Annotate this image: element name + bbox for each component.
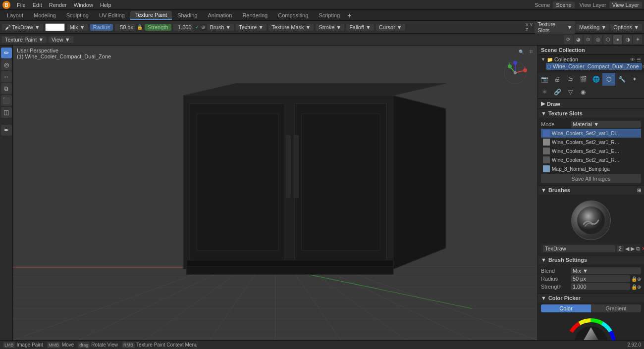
material-props-icon[interactable]: ◉ <box>577 86 590 99</box>
color-tab-gradient[interactable]: Gradient <box>591 304 641 312</box>
view-layer-props-icon[interactable]: 🗂 <box>564 73 577 86</box>
blend-dropdown[interactable]: Mix ▼ <box>67 24 88 31</box>
brush-settings-header[interactable]: ▼ Brush Settings <box>538 255 644 264</box>
render-props-icon[interactable]: 📷 <box>538 73 551 86</box>
tab-sculpting[interactable]: Sculpting <box>61 11 94 19</box>
rendered-icon[interactable]: ☀ <box>633 35 642 44</box>
brush-preview[interactable] <box>571 200 611 240</box>
search-vp-icon[interactable]: 🔍 <box>517 48 526 56</box>
radius-input[interactable] <box>115 24 135 31</box>
physics-props-icon[interactable]: ⚛ <box>538 86 551 99</box>
view-layer-value[interactable]: View Layer <box>609 1 642 8</box>
tab-scripting[interactable]: Scripting <box>314 11 345 19</box>
texture-dropdown[interactable]: Texture ▼ <box>236 24 267 31</box>
brush-new-icon[interactable]: ⧉ <box>636 246 640 252</box>
options-dropdown[interactable]: Options ▼ <box>610 24 642 31</box>
menu-file[interactable]: File <box>14 1 29 8</box>
strength-lock-icon[interactable]: ✓ <box>195 24 199 30</box>
radius-prop-value[interactable]: 50 px <box>571 275 630 282</box>
camera-orbit-icon[interactable]: ⟳ <box>564 35 573 44</box>
brush-next-icon[interactable]: ▶ <box>631 246 635 252</box>
masking-dropdown[interactable]: Masking ▼ <box>576 24 609 31</box>
brushes-header[interactable]: ▼ Brushes ⊞ <box>538 186 644 195</box>
soften-tool-button[interactable]: ◎ <box>1 59 12 70</box>
fill-tool-button[interactable]: ⬛ <box>1 95 12 106</box>
scene-value[interactable]: Scene <box>553 1 574 8</box>
annotate-tool-button[interactable]: ✒ <box>1 125 12 136</box>
texture-slot-diffuse[interactable]: Wine_Coolers_Set2_var1_Diffuse.png <box>541 129 641 138</box>
modifier-props-icon[interactable]: 🔧 <box>615 73 628 86</box>
brush-prev-icon[interactable]: ◀ <box>625 246 629 252</box>
mask-tool-button[interactable]: ◫ <box>1 107 12 118</box>
material-preview-icon[interactable]: ◑ <box>623 35 632 44</box>
view-dropdown[interactable]: View ▼ <box>49 36 73 43</box>
wine-cooler-tree-item[interactable]: ⬡ Wine_Cooler_Compact_Dual_Zone 👁 ◉ <box>546 63 642 70</box>
particles-props-icon[interactable]: ✦ <box>628 73 641 86</box>
viewport[interactable]: User Perspective (1) Wine_Cooler_Compact… <box>13 46 537 340</box>
cursor-dropdown[interactable]: Cursor ▼ <box>376 24 405 31</box>
walk-icon[interactable]: ⚐ <box>527 48 536 56</box>
strength-input[interactable] <box>173 24 193 31</box>
strength-use-icon[interactable]: ⊕ <box>637 284 641 290</box>
texture-slot-reflection[interactable]: Wine_Coolers_Set2_var1_Reflection.png <box>541 138 641 147</box>
viewport-shading-icon[interactable]: ◕ <box>574 35 583 44</box>
constraints-props-icon[interactable]: 🔗 <box>551 86 564 99</box>
tab-modeling[interactable]: Modeling <box>29 11 61 19</box>
texture-slot-normal[interactable]: Map_8_Normal_Bump.tga <box>541 164 641 173</box>
save-all-images-button[interactable]: Save All Images <box>541 174 641 183</box>
menu-help[interactable]: Help <box>97 1 114 8</box>
brush-delete-icon[interactable]: ✕ <box>642 246 644 252</box>
strength-prop-value[interactable]: 1.000 <box>571 283 630 290</box>
texture-slots-header[interactable]: ▼ Texture Slots <box>538 109 644 118</box>
brushes-expand-icon[interactable]: ⊞ <box>637 188 641 193</box>
solid-icon[interactable]: ● <box>613 35 622 44</box>
xray-icon[interactable]: ◎ <box>593 35 602 44</box>
data-props-icon[interactable]: ▽ <box>564 86 577 99</box>
radius-use-icon[interactable]: ⊕ <box>637 276 641 282</box>
tab-layout[interactable]: Layout <box>2 11 28 19</box>
world-props-icon[interactable]: 🌐 <box>590 73 602 86</box>
exclude-icon[interactable]: ☰ <box>637 57 641 62</box>
radius-lock-icon[interactable]: 🔒 <box>137 24 143 30</box>
texture-slots-dropdown[interactable]: Texture Slots ▼ <box>535 21 575 34</box>
tab-animation[interactable]: Animation <box>203 11 237 19</box>
smear-tool-button[interactable]: ↔ <box>1 71 12 82</box>
menu-render[interactable]: Render <box>46 1 70 8</box>
tab-uv-editing[interactable]: UV Editing <box>94 11 130 19</box>
draw-tool-button[interactable]: ✏ <box>1 48 12 58</box>
texture-mask-dropdown[interactable]: Texture Mask ▼ <box>268 24 314 31</box>
wireframe-icon[interactable]: ⬡ <box>603 35 612 44</box>
texture-slot-refraction[interactable]: Wine_Coolers_Set2_var1_Refraction_inver.… <box>541 155 641 164</box>
strength-lock-prop-icon[interactable]: 🔒 <box>631 284 637 290</box>
blend-prop-dropdown[interactable]: Mix ▼ <box>571 267 641 274</box>
color-preview[interactable] <box>45 23 65 31</box>
tab-shading[interactable]: Shading <box>172 11 202 19</box>
color-tab-color[interactable]: Color <box>541 304 591 312</box>
radius-lock-prop-icon[interactable]: 🔒 <box>631 276 637 282</box>
scene-props-icon[interactable]: 🎬 <box>577 73 590 86</box>
color-picker-header[interactable]: ▼ Color Picker <box>538 294 644 302</box>
texture-slot-emmisive[interactable]: Wine_Coolers_Set2_var1_Emmisive.png <box>541 147 641 155</box>
draw-section-header[interactable]: ▶ Draw <box>538 99 644 108</box>
paint-mode-dropdown[interactable]: Texture Paint ▼ <box>2 36 47 43</box>
output-props-icon[interactable]: 🖨 <box>551 73 564 86</box>
collection-item[interactable]: ▼ 📁 Collection 👁 ☰ <box>540 56 642 63</box>
brush-name-input[interactable] <box>543 245 615 252</box>
nav-gizmo[interactable]: X Y Z <box>503 60 528 85</box>
falloff-dropdown[interactable]: Falloff ▼ <box>346 24 374 31</box>
object-props-icon[interactable]: ⬡ <box>602 73 615 86</box>
tab-rendering[interactable]: Rendering <box>237 11 272 19</box>
brush-dropdown[interactable]: Brush ▼ <box>207 24 234 31</box>
color-wheel[interactable] <box>566 318 616 340</box>
visibility-icon[interactable]: 👁 <box>630 57 635 62</box>
tab-texture-paint[interactable]: Texture Paint <box>130 11 172 20</box>
item-visibility-icon[interactable]: 👁 <box>642 64 644 69</box>
mode-dropdown[interactable]: 🖌 TexDraw ▼ <box>2 24 43 31</box>
add-workspace-button[interactable]: + <box>347 11 351 19</box>
menu-window[interactable]: Window <box>71 1 96 8</box>
material-mode-dropdown[interactable]: Material ▼ <box>571 121 641 128</box>
tab-compositing[interactable]: Compositing <box>273 11 313 19</box>
stroke-dropdown[interactable]: Stroke ▼ <box>316 24 344 31</box>
menu-edit[interactable]: Edit <box>30 1 45 8</box>
clone-tool-button[interactable]: ⧉ <box>1 83 12 94</box>
